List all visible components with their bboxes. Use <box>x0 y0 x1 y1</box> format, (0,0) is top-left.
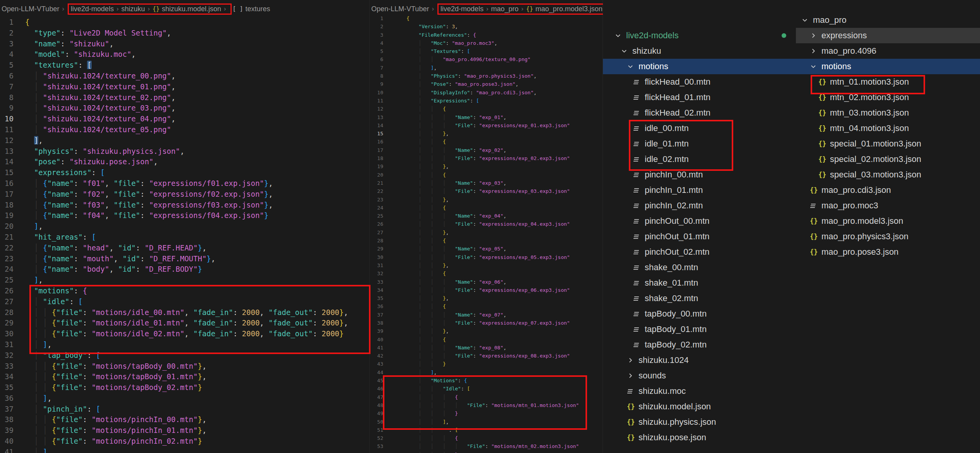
chevron-right-icon[interactable] <box>810 32 820 39</box>
code-line-text: │ {"name": "f02", "file": "expressions/f… <box>25 189 273 200</box>
tree-item-mtn-04-motion3-json[interactable]: {}mtn_04.motion3.json <box>796 121 980 136</box>
line-number: 32 <box>0 350 14 361</box>
chevron-right-icon[interactable] <box>627 372 637 379</box>
breadcrumb-item[interactable]: live2d-models <box>440 5 483 13</box>
tree-item-special-01-motion3-json[interactable]: {}special_01.motion3.json <box>796 136 980 152</box>
motion-file-icon <box>633 126 643 131</box>
tree-item-mao-pro-physics3-json[interactable]: {}mao_pro.physics3.json <box>796 229 980 244</box>
code-token: { <box>52 318 56 327</box>
code-line: 13 "physics": "shizuku.physics.json", <box>0 146 369 157</box>
tree-item-special-03-motion3-json[interactable]: {}special_03.motion3.json <box>796 167 980 182</box>
breadcrumb-item[interactable]: Open-LLM-VTuber <box>371 5 429 13</box>
line-number: 27 <box>0 296 14 307</box>
breadcrumb-item[interactable]: {}mao_pro.model3.json <box>526 5 603 13</box>
tree-item-tapbody-00-mtn[interactable]: tapBody_00.mtn <box>603 306 796 322</box>
tree-item-shake-00-mtn[interactable]: shake_00.mtn <box>603 260 796 275</box>
line-number: 4 <box>0 49 14 60</box>
tree-item-idle-00-mtn[interactable]: idle_00.mtn <box>603 121 796 136</box>
code-token: "File" <box>455 320 473 326</box>
tree-item-live2d-models[interactable]: live2d-models <box>603 28 796 43</box>
tree-item-mao-pro-cdi3-json[interactable]: {}mao_pro.cdi3.json <box>796 182 980 198</box>
tree-item-tapbody-02-mtn[interactable]: tapBody_02.mtn <box>603 337 796 353</box>
tree-item-mao-pro[interactable]: mao_pro <box>796 12 980 28</box>
code-line-text: │ "shizuku.1024/texture_04.png", <box>25 114 176 124</box>
line-number: 53 <box>370 442 383 450</box>
tree-item-shizuku-moc[interactable]: shizuku.moc <box>603 383 796 399</box>
tree-item-sounds[interactable]: sounds <box>603 368 796 383</box>
tree-item-mao-pro-model3-json[interactable]: {}mao_pro.model3.json <box>796 213 980 229</box>
code-line-text: │ │ │ "Name": "exp_06", <box>406 278 506 286</box>
code-line-text: │ ], <box>25 339 52 350</box>
chevron-down-icon[interactable] <box>627 63 637 70</box>
breadcrumb-label: live2d-models <box>71 5 114 13</box>
tree-item-shizuku-1024[interactable]: shizuku.1024 <box>603 353 796 368</box>
json-file-icon: {} <box>818 78 826 86</box>
tree-item-idle-02-mtn[interactable]: idle_02.mtn <box>603 152 796 167</box>
tree-item-flickhead-00-mtn[interactable]: flickHead_00.mtn <box>603 74 796 90</box>
breadcrumb-item[interactable]: Open-LLM-VTuber <box>2 5 59 13</box>
code-editor-shizuku-model-json[interactable]: 1{2 "type": "Live2D Model Setting",3 "na… <box>0 17 369 453</box>
tree-item-mao-pro-4096[interactable]: mao_pro.4096 <box>796 43 980 59</box>
tree-item-flickhead-02-mtn[interactable]: flickHead_02.mtn <box>603 105 796 121</box>
breadcrumb-item[interactable]: [ ]textures <box>232 5 270 13</box>
tree-item-mtn-03-motion3-json[interactable]: {}mtn_03.motion3.json <box>796 105 980 121</box>
tree-item-mao-pro-moc3[interactable]: mao_pro.moc3 <box>796 198 980 213</box>
tree-item-mtn-02-motion3-json[interactable]: {}mtn_02.motion3.json <box>796 90 980 105</box>
json-file-icon: {} <box>818 155 828 163</box>
code-token: { <box>52 383 56 392</box>
tree-item-pinchin-01-mtn[interactable]: pinchIn_01.mtn <box>603 182 796 198</box>
breadcrumb-item[interactable]: mao_pro <box>491 5 519 13</box>
tree-item-motions[interactable]: motions <box>796 59 980 74</box>
tree-item-shizuku[interactable]: shizuku <box>603 43 796 59</box>
tree-item-shizuku-pose-json[interactable]: {}shizuku.pose.json <box>603 430 796 445</box>
tree-item-pinchout-00-mtn[interactable]: pinchOut_00.mtn <box>603 213 796 229</box>
breadcrumb-item[interactable]: {}shizuku.model.json <box>153 5 221 13</box>
tree-item-pinchout-02-mtn[interactable]: pinchOut_02.mtn <box>603 244 796 260</box>
chevron-down-icon[interactable] <box>810 63 820 70</box>
tree-item-shake-01-mtn[interactable]: shake_01.mtn <box>603 275 796 291</box>
indent-guide: │ │ <box>406 337 443 342</box>
tree-item-pinchin-00-mtn[interactable]: pinchIn_00.mtn <box>603 167 796 182</box>
code-line-text: │ {"name": "body", "id": "D_REF.BODY"} <box>25 264 202 275</box>
tree-item-shizuku-physics-json[interactable]: {}shizuku.physics.json <box>603 414 796 430</box>
motion-file-icon <box>633 311 643 317</box>
tree-item-special-02-motion3-json[interactable]: {}special_02.motion3.json <box>796 152 980 167</box>
tree-item-shake-02-mtn[interactable]: shake_02.mtn <box>603 291 796 306</box>
code-token: "exp_05" <box>479 246 504 252</box>
code-line: 45 │ "Motions": { <box>370 376 603 385</box>
code-token: { <box>443 172 446 178</box>
chevron-down-icon[interactable] <box>621 48 631 54</box>
chevron-right-icon[interactable] <box>810 48 820 54</box>
code-token: "shizuku.pose.json" <box>69 157 153 166</box>
code-token: : <box>313 318 322 327</box>
chevron-down-icon[interactable] <box>615 32 625 39</box>
tree-item-shizuku-model-json[interactable]: {}shizuku.model.json <box>603 399 796 414</box>
code-token: "" <box>443 427 449 433</box>
line-number: 47 <box>370 393 383 401</box>
code-token: , <box>171 82 176 91</box>
json-file-icon: {} <box>818 155 826 163</box>
code-line-text: │ │ { <box>406 138 446 146</box>
tree-item-motions[interactable]: motions <box>603 59 796 74</box>
code-token: "Name" <box>455 279 473 285</box>
code-editor-mao-pro-model3-json[interactable]: 1{2 "Version": 3,3 "FileReferences": {4 … <box>370 14 603 453</box>
line-number: 41 <box>370 344 383 352</box>
tree-item-label: flickHead_00.mtn <box>645 77 710 87</box>
breadcrumb-item[interactable]: shizuku <box>121 5 145 13</box>
tree-item-pinchout-01-mtn[interactable]: pinchOut_01.mtn <box>603 229 796 244</box>
breadcrumb-item[interactable]: live2d-models <box>71 5 114 13</box>
tree-item-flickhead-01-mtn[interactable]: flickHead_01.mtn <box>603 90 796 105</box>
chevron-right-icon[interactable] <box>627 357 637 364</box>
tree-item-expressions[interactable]: expressions <box>796 28 980 43</box>
code-token: "name" <box>47 211 74 220</box>
chevron-down-icon[interactable] <box>801 17 811 24</box>
tree-item-mtn-01-motion3-json[interactable]: {}mtn_01.motion3.json <box>796 74 980 90</box>
tree-item-pinchin-02-mtn[interactable]: pinchIn_02.mtn <box>603 198 796 213</box>
code-token: { <box>43 190 47 198</box>
line-number: 44 <box>370 368 383 376</box>
tree-item-mao-pro-pose3-json[interactable]: {}mao_pro.pose3.json <box>796 244 980 260</box>
code-token: , <box>503 114 506 120</box>
tree-item-tapbody-01-mtn[interactable]: tapBody_01.mtn <box>603 322 796 337</box>
tree-item-idle-01-mtn[interactable]: idle_01.mtn <box>603 136 796 152</box>
code-line-text: │ {"name": "f03", "file": "expressions/f… <box>25 200 273 211</box>
